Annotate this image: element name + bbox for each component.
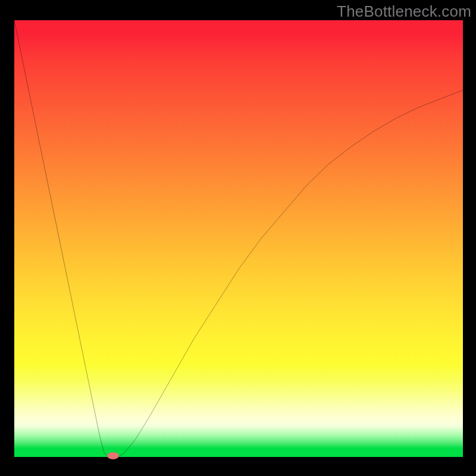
bottleneck-curve — [14, 20, 463, 457]
optimal-point-marker — [107, 452, 119, 459]
chart-frame — [14, 20, 463, 457]
watermark-text: TheBottleneck.com — [337, 2, 471, 21]
